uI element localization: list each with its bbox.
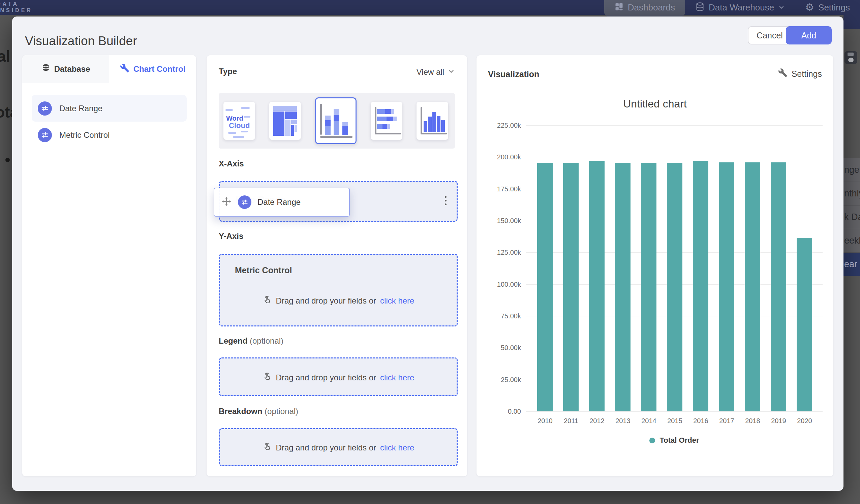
- dnd-text: Drag and drop your fields or: [276, 373, 376, 383]
- tab-database[interactable]: Database: [22, 55, 109, 83]
- click-here-link[interactable]: click here: [380, 296, 414, 305]
- tap-hand-icon: [262, 442, 272, 453]
- move-icon: [221, 196, 232, 208]
- sliders-icon: [238, 196, 252, 209]
- visualization-builder-modal: Visualization Builder Cancel Add Databas…: [12, 16, 844, 491]
- sliders-icon: [38, 101, 52, 116]
- cancel-button[interactable]: Cancel: [748, 26, 792, 44]
- x-axis-label: 2019: [766, 417, 792, 425]
- chart-bar-2012: [589, 161, 605, 411]
- y-axis-label: 50.00k: [501, 344, 521, 352]
- dragged-field-date-range[interactable]: Date Range: [214, 188, 350, 217]
- background-menu-item: nthly: [844, 182, 860, 205]
- database-icon: [41, 64, 50, 74]
- settings-label: Settings: [792, 69, 822, 79]
- tap-hand-icon: [262, 295, 272, 306]
- click-here-link[interactable]: click here: [380, 373, 414, 383]
- sliders-icon: [38, 128, 52, 142]
- x-axis-dropzone[interactable]: Date Range Date Range: [219, 181, 458, 222]
- breakdown-heading: Breakdown (optional): [219, 407, 298, 416]
- tools-icon: [778, 68, 788, 80]
- chevron-down-icon: [447, 67, 455, 77]
- database-icon: [695, 2, 705, 13]
- y-axis-label: 175.00k: [497, 185, 521, 193]
- nav-data-warehouse[interactable]: Data Warehouse: [685, 0, 795, 15]
- x-axis-label: 2018: [740, 417, 766, 425]
- gear-icon: ⚙: [805, 2, 814, 13]
- y-axis-label: 0.00: [508, 408, 521, 415]
- top-navbar: DATA INSIDER Dashboards Data Warehouse: [0, 0, 860, 15]
- screen: al ota ngenthlyk Dateeeklyear DATA INSID…: [0, 0, 860, 504]
- background-text-fragment: al: [0, 47, 10, 66]
- add-button[interactable]: Add: [786, 26, 832, 44]
- nav-dashboards[interactable]: Dashboards: [604, 0, 685, 17]
- tab-chart-control[interactable]: Chart Control: [109, 55, 196, 83]
- legend-dropzone[interactable]: Drag and drop your fields or click here: [219, 358, 458, 396]
- breakdown-dropzone[interactable]: Drag and drop your fields or click here: [219, 428, 458, 466]
- chart-bar-2015: [667, 163, 683, 411]
- background-menu-item: ear: [844, 253, 860, 276]
- tab-database-label: Database: [54, 64, 90, 74]
- y-axis-label: 225.00k: [497, 121, 521, 129]
- chart-bar-2018: [745, 162, 760, 411]
- word-cloud-word: Cloud: [229, 121, 250, 130]
- x-axis-label: 2017: [714, 417, 740, 425]
- chart-title: Untitled chart: [476, 98, 833, 110]
- chart-plot: 225.00k200.00k175.00k150.00k125.00k100.0…: [526, 125, 822, 411]
- x-axis-label: 2011: [558, 417, 584, 425]
- dnd-text: Drag and drop your fields or: [276, 443, 376, 452]
- click-here-link[interactable]: click here: [380, 443, 414, 452]
- chart-type-stacked-bar[interactable]: [371, 102, 402, 140]
- y-axis-label: 150.00k: [497, 217, 521, 225]
- tab-chart-control-label: Chart Control: [133, 64, 186, 74]
- chart-bar-2016: [693, 161, 708, 411]
- chart-legend: Total Order: [526, 436, 822, 445]
- settings-button[interactable]: Settings: [778, 68, 822, 80]
- y-axis-dropzone[interactable]: Metric Control Drag and drop your fields…: [219, 254, 458, 327]
- kebab-menu-icon[interactable]: [443, 195, 448, 206]
- tap-hand-icon: [262, 372, 272, 384]
- y-axis-label: 25.00k: [501, 376, 521, 384]
- chart-bar-2011: [563, 163, 578, 411]
- legend-heading: Legend (optional): [219, 336, 283, 346]
- y-axis-heading: Y-Axis: [219, 231, 243, 241]
- visualization-panel: Visualization Settings Untitled chart 22…: [476, 55, 833, 476]
- background-right-strip: ngenthlyk Dateeeklyear: [844, 15, 860, 504]
- x-axis-label: 2014: [636, 417, 662, 425]
- fields-panel: Database Chart Control Date Range: [22, 55, 196, 476]
- gridline: [526, 125, 822, 126]
- y-axis-label: 125.00k: [497, 249, 521, 256]
- tools-icon: [120, 63, 129, 75]
- dashboards-icon: [614, 2, 624, 13]
- x-axis-label: 2012: [584, 417, 610, 425]
- nav-settings[interactable]: ⚙ Settings: [795, 0, 860, 15]
- gridline: [526, 411, 822, 412]
- type-heading: Type: [219, 67, 237, 76]
- dragged-field-label: Date Range: [257, 198, 301, 207]
- page-title: Visualization Builder: [25, 34, 137, 48]
- chart-bar-2019: [771, 162, 786, 411]
- chart-type-column[interactable]: [417, 102, 448, 140]
- view-all-dropdown[interactable]: View all: [417, 67, 455, 77]
- field-item-date-range[interactable]: Date Range: [32, 95, 187, 121]
- nav-dashboards-label: Dashboards: [628, 2, 675, 13]
- nav-data-warehouse-label: Data Warehouse: [709, 2, 774, 13]
- field-item-label: Metric Control: [59, 130, 110, 140]
- chart-type-treemap[interactable]: [269, 102, 301, 140]
- field-item-metric-control[interactable]: Metric Control: [32, 121, 187, 148]
- x-axis-label: 2016: [688, 417, 714, 425]
- y-axis-placeholder-label: Metric Control: [235, 265, 292, 275]
- chart-bar-2017: [719, 162, 734, 411]
- chevron-down-icon: [778, 2, 785, 13]
- y-axis-label: 75.00k: [501, 312, 521, 320]
- chart-type-word-cloud[interactable]: Word Cloud: [224, 102, 255, 140]
- save-icon: [845, 51, 857, 64]
- y-axis-label: 200.00k: [497, 153, 521, 161]
- chart-bar-2013: [615, 163, 631, 411]
- x-axis-label: 2015: [662, 417, 688, 425]
- y-axis-label: 100.00k: [497, 280, 521, 288]
- visualization-heading: Visualization: [488, 69, 539, 79]
- x-axis-label: 2013: [610, 417, 636, 425]
- chart-type-stacked-column[interactable]: [315, 97, 357, 144]
- x-axis-label: 2010: [532, 417, 558, 425]
